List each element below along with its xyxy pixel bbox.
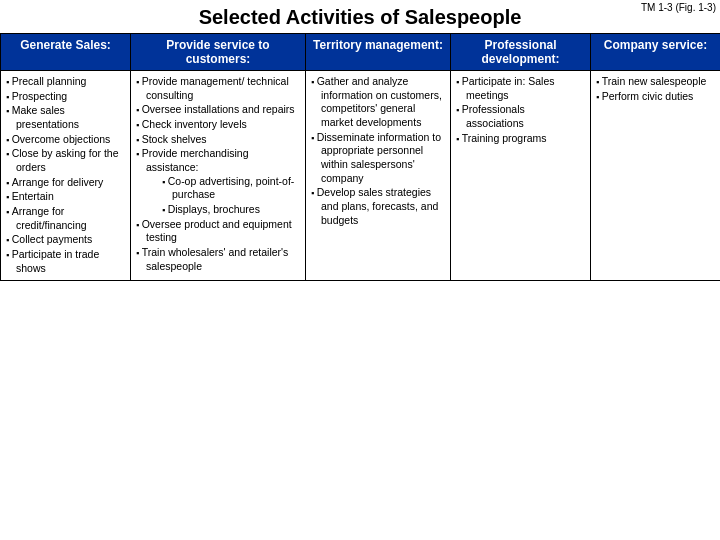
list-item: Develop sales strategies and plans, fore… [311,186,445,227]
list-item: Make sales presentations [6,104,125,131]
tm-badge: TM 1-3 (Fig. 1-3) [641,2,716,13]
list-item: Arrange for credit/financing [6,205,125,232]
list-item: Participate in: Sales meetings [456,75,585,102]
territory-list: Gather and analyze information on custom… [311,75,445,227]
list-item: Arrange for delivery [6,176,125,190]
page-container: Selected Activities of Salespeople TM 1-… [0,0,720,540]
cell-company-service: Train new salespeople Perform civic duti… [591,71,721,281]
list-item: Displays, brochures [162,203,300,217]
list-item: Gather and analyze information on custom… [311,75,445,130]
cell-provide-service: Provide management/ technical consulting… [131,71,306,281]
list-item: Precall planning [6,75,125,89]
list-item: Overcome objections [6,133,125,147]
list-item: Perform civic duties [596,90,715,104]
list-item: Professionals associations [456,103,585,130]
col-header-4: Professional development: [451,34,591,71]
service-list: Provide management/ technical consulting… [136,75,300,273]
list-item: Training programs [456,132,585,146]
main-table: Generate Sales: Provide service to custo… [0,33,720,281]
list-item: Provide merchandising assistance: Co-op … [136,147,300,216]
list-item: Train wholesalers' and retailer's salesp… [136,246,300,273]
cell-territory: Gather and analyze information on custom… [306,71,451,281]
list-item: Stock shelves [136,133,300,147]
list-item: Train new salespeople [596,75,715,89]
col-header-2: Provide service to customers: [131,34,306,71]
list-item: Participate in trade shows [6,248,125,275]
cell-generate-sales: Precall planning Prospecting Make sales … [1,71,131,281]
company-list: Train new salespeople Perform civic duti… [596,75,715,103]
list-item: Check inventory levels [136,118,300,132]
col-header-1: Generate Sales: [1,34,131,71]
sub-list: Co-op advertising, point-of-purchase Dis… [146,175,300,217]
professional-list: Participate in: Sales meetings Professio… [456,75,585,145]
list-item: Oversee installations and repairs [136,103,300,117]
cell-professional: Participate in: Sales meetings Professio… [451,71,591,281]
list-item: Entertain [6,190,125,204]
title-bar: Selected Activities of Salespeople TM 1-… [0,0,720,33]
generate-sales-list: Precall planning Prospecting Make sales … [6,75,125,275]
list-item: Collect payments [6,233,125,247]
col-header-3: Territory management: [306,34,451,71]
list-item: Provide management/ technical consulting [136,75,300,102]
list-item: Close by asking for the orders [6,147,125,174]
col-header-5: Company service: [591,34,721,71]
list-item: Prospecting [6,90,125,104]
page-title: Selected Activities of Salespeople [199,6,522,28]
list-item: Disseminate information to appropriate p… [311,131,445,186]
list-item: Co-op advertising, point-of-purchase [162,175,300,202]
list-item: Oversee product and equipment testing [136,218,300,245]
